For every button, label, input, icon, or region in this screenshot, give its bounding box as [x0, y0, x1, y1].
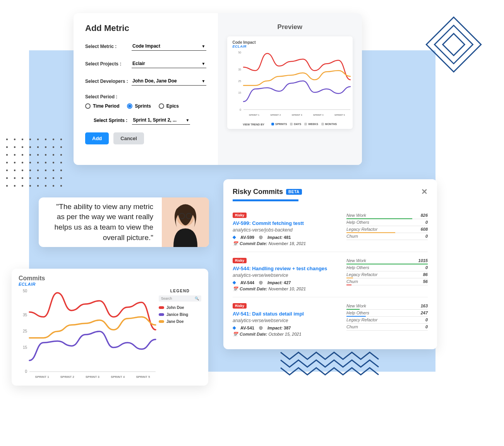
- svg-point-18: [60, 146, 62, 148]
- svg-point-24: [45, 154, 46, 156]
- diamond-icon: ◆: [233, 235, 236, 240]
- svg-point-37: [22, 170, 23, 171]
- svg-point-9: [53, 139, 54, 140]
- caret-down-icon: ▼: [185, 118, 189, 122]
- trend-option-weeks[interactable]: WEEKS: [304, 123, 318, 125]
- legend-item[interactable]: John Doe: [159, 305, 201, 310]
- svg-point-57: [53, 185, 54, 187]
- trend-option-months[interactable]: MONTHS: [321, 123, 337, 125]
- x-tick-label: SPRINT 3: [86, 375, 100, 379]
- svg-point-4: [14, 139, 15, 140]
- stat-row-churn: Churn0: [346, 233, 428, 240]
- y-tick-label: 0: [25, 369, 27, 374]
- commit-repo: analytics-verse/webservice: [233, 273, 337, 278]
- select-projects-dropdown[interactable]: Eclair ▼: [132, 59, 206, 68]
- svg-point-26: [60, 154, 62, 156]
- risky-tag: Risky: [233, 213, 247, 218]
- risky-commit-row: Risky AV-599: Commit fetching testt anal…: [233, 207, 428, 252]
- legend-panel: LEGEND Search 🔍 John DoeJanice BingJane …: [159, 289, 201, 383]
- svg-point-5: [22, 139, 23, 140]
- svg-point-23: [37, 154, 39, 156]
- x-tick-label: SPRINT 4: [111, 375, 125, 379]
- target-icon: ◎: [259, 325, 263, 330]
- x-tick-label: SPRINT 1: [35, 375, 50, 379]
- legend-swatch-icon: [159, 313, 164, 316]
- legend-item[interactable]: Janice Bing: [159, 312, 201, 317]
- period-radio-group: Time PeriodSprintsEpics: [85, 103, 206, 109]
- x-tick-label: SPRINT 2: [270, 114, 281, 116]
- period-radio-epics[interactable]: Epics: [159, 103, 179, 109]
- search-icon: 🔍: [195, 297, 199, 300]
- svg-point-38: [29, 170, 31, 171]
- commit-date-label: Commit Date:: [240, 286, 267, 291]
- risky-commit-row: Risky AV-541: Dail status detail impl an…: [233, 297, 428, 342]
- close-icon[interactable]: ✕: [421, 187, 428, 196]
- svg-point-36: [14, 170, 15, 171]
- stat-label: Churn: [346, 234, 358, 238]
- svg-point-20: [14, 154, 15, 156]
- stat-label: Legacy Refactor: [346, 317, 377, 322]
- svg-point-14: [29, 146, 31, 148]
- add-button[interactable]: Add: [85, 132, 109, 144]
- x-tick-label: SPRINT 5: [334, 114, 345, 116]
- period-radio-time-period[interactable]: Time Period: [85, 103, 119, 109]
- svg-point-39: [37, 170, 39, 171]
- commit-date-value: October 15, 2021: [269, 332, 302, 336]
- legend-search-input[interactable]: Search 🔍: [159, 295, 201, 302]
- select-metric-dropdown[interactable]: Code Impact ▼: [132, 42, 206, 51]
- select-sprints-dropdown[interactable]: Sprint 1, Sprint 2, ... ▼: [132, 116, 190, 125]
- svg-point-12: [14, 146, 15, 148]
- risky-underline: [233, 199, 298, 201]
- stat-label: New Work: [346, 258, 366, 263]
- commit-title-link[interactable]: AV-541: Dail status detail impl: [233, 311, 337, 317]
- svg-point-8: [45, 139, 46, 140]
- select-developers-label: Select Developers :: [85, 79, 132, 84]
- stat-value: 0: [425, 317, 428, 322]
- preview-panel: Preview Code Impact ECLAIR 503525150SPRI…: [218, 13, 362, 165]
- svg-rect-2: [443, 34, 465, 56]
- select-projects-value: Eclair: [132, 61, 145, 66]
- svg-point-16: [45, 146, 46, 148]
- trend-radio-icon: [290, 123, 293, 125]
- legend-swatch-icon: [159, 306, 164, 309]
- trend-option-days[interactable]: DAYS: [290, 123, 301, 125]
- y-tick-label: 50: [238, 51, 241, 54]
- target-icon: ◎: [259, 235, 263, 240]
- stat-value: 0: [425, 324, 428, 329]
- stat-value: 247: [421, 310, 428, 315]
- legend-item[interactable]: Jane Doe: [159, 319, 201, 324]
- stat-row-help_others: Help Others0: [346, 219, 428, 226]
- x-tick-label: SPRINT 1: [249, 114, 260, 116]
- legend-item-label: Jane Doe: [166, 319, 183, 324]
- stat-row-new_work: New Work1015: [346, 257, 428, 264]
- caret-down-icon: ▼: [202, 62, 206, 66]
- trend-option-sprints[interactable]: SPRINTS: [271, 123, 287, 125]
- select-projects-label: Select Projects :: [85, 61, 132, 67]
- risky-commit-row: Risky AV-544: Handling review + test cha…: [233, 252, 428, 297]
- stat-value: 0: [425, 220, 428, 225]
- legend-swatch-icon: [159, 320, 164, 323]
- svg-point-28: [14, 162, 15, 163]
- trend-radio-icon: [304, 123, 307, 125]
- select-developers-value: John Doe, Jane Doe: [132, 78, 177, 84]
- chart-series-line: [29, 293, 156, 330]
- select-developers-dropdown[interactable]: John Doe, Jane Doe ▼: [132, 77, 206, 86]
- stat-row-legacy_refactor: Legacy Refactor86: [346, 271, 428, 278]
- cancel-button[interactable]: Cancel: [113, 132, 144, 144]
- chart-series-line: [243, 53, 350, 80]
- diamond-icon: ◆: [233, 280, 236, 285]
- stat-bar: [346, 285, 351, 285]
- stat-label: Churn: [346, 279, 358, 284]
- svg-point-13: [22, 146, 23, 148]
- stat-row-new_work: New Work826: [346, 212, 428, 219]
- commit-title-link[interactable]: AV-599: Commit fetching testt: [233, 220, 337, 226]
- commit-id: AV-599: [240, 235, 254, 240]
- stat-label: New Work: [346, 213, 366, 218]
- svg-point-42: [60, 170, 62, 171]
- period-radio-sprints[interactable]: Sprints: [127, 103, 151, 109]
- legend-item-label: Janice Bing: [166, 312, 188, 317]
- risky-tag: Risky: [233, 303, 247, 309]
- stat-value: 1015: [418, 258, 428, 263]
- target-icon: ◎: [259, 280, 263, 285]
- commit-title-link[interactable]: AV-544: Handling review + test changes: [233, 266, 337, 271]
